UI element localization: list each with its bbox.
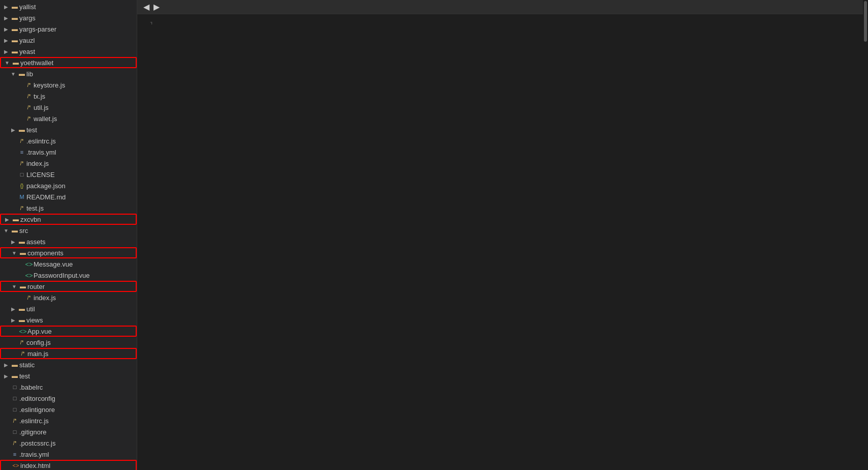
- folder-icon: ▬: [18, 283, 27, 290]
- js-icon: /*: [17, 138, 26, 144]
- sidebar-item-main.js[interactable]: /* main.js: [0, 348, 137, 359]
- folder-icon: ▬: [17, 305, 26, 312]
- sidebar-item-yauzl[interactable]: ▶ ▬ yauzl: [0, 35, 137, 46]
- folder-arrow: ▼: [9, 71, 17, 77]
- folder-icon: ▬: [17, 316, 26, 324]
- vue-icon: <>: [18, 328, 27, 335]
- sidebar-item-yargs-parser[interactable]: ▶ ▬ yargs-parser: [0, 23, 137, 35]
- sidebar-item-wallet.js[interactable]: /* wallet.js: [0, 113, 137, 124]
- folder-icon: ▬: [10, 227, 19, 234]
- item-label: main.js: [27, 350, 136, 358]
- sidebar-item-.postcssrc.js[interactable]: /* .postcssrc.js: [0, 437, 137, 449]
- sidebar-item-PasswordInput.vue[interactable]: <> PasswordInput.vue: [0, 270, 137, 281]
- js-icon: /*: [24, 105, 34, 110]
- nav-back-button[interactable]: ◀: [141, 1, 151, 13]
- folder-arrow: ▶: [9, 127, 17, 133]
- folder-icon: ▬: [11, 216, 20, 223]
- sidebar-item-.eslintrc.js[interactable]: /* .eslintrc.js: [0, 135, 137, 146]
- sidebar-item-yoethwallet[interactable]: ▼ ▬ yoethwallet: [0, 57, 137, 68]
- js-icon: /*: [10, 418, 19, 424]
- sidebar-item-test-root[interactable]: ▶ ▬ test: [0, 370, 137, 381]
- js-icon: /*: [18, 351, 27, 357]
- sidebar-item-App.vue[interactable]: <> App.vue: [0, 326, 137, 337]
- js-icon: /*: [24, 94, 34, 99]
- item-label: .eslintignore: [19, 406, 137, 414]
- sidebar-item-keystore.js[interactable]: /* keystore.js: [0, 79, 137, 91]
- item-label: lib: [26, 70, 137, 78]
- sidebar-item-index.html[interactable]: <> index.html: [0, 460, 137, 470]
- folder-arrow: ▶: [2, 49, 10, 54]
- item-label: README.md: [26, 193, 137, 201]
- item-label: .gitignore: [19, 428, 137, 436]
- sidebar-item-yeast[interactable]: ▶ ▬ yeast: [0, 46, 137, 57]
- item-label: yauzl: [19, 37, 137, 44]
- folder-arrow: ▼: [2, 228, 10, 233]
- item-label: views: [26, 316, 137, 324]
- sidebar-item-router-index.js[interactable]: /* index.js: [0, 292, 137, 303]
- vue-icon: <>: [24, 260, 34, 268]
- item-label: .eslintrc.js: [26, 137, 137, 145]
- item-label: package.json: [26, 182, 137, 190]
- sidebar-item-config.js[interactable]: /* config.js: [0, 337, 137, 348]
- item-label: yoethwallet: [20, 59, 136, 67]
- sidebar-item-tx.js[interactable]: /* tx.js: [0, 91, 137, 102]
- sidebar-item-yargs[interactable]: ▶ ▬ yargs: [0, 12, 137, 23]
- sidebar-item-assets[interactable]: ▶ ▬ assets: [0, 236, 137, 247]
- item-label: components: [27, 249, 136, 257]
- item-label: index.js: [34, 294, 137, 302]
- sidebar-item-package.json[interactable]: {} package.json: [0, 180, 137, 191]
- md-icon: M: [17, 194, 26, 200]
- scrollbar-thumb[interactable]: [864, 1, 867, 42]
- sidebar-item-static[interactable]: ▶ ▬ static: [0, 359, 137, 370]
- sidebar-item-zxcvbn[interactable]: ▶ ▬ zxcvbn: [0, 214, 137, 225]
- item-label: index.js: [26, 160, 137, 167]
- item-label: test.js: [26, 204, 137, 212]
- line-number: 1: [137, 19, 158, 24]
- item-label: LICENSE: [26, 171, 137, 179]
- item-label: tx.js: [34, 93, 137, 100]
- sidebar-item-test-folder[interactable]: ▶ ▬ test: [0, 124, 137, 135]
- folder-icon: ▬: [10, 37, 19, 44]
- folder-arrow: ▶: [2, 26, 10, 32]
- folder-icon: ▬: [10, 48, 19, 55]
- sidebar-item-README.md[interactable]: M README.md: [0, 191, 137, 202]
- sidebar-item-lib[interactable]: ▼ ▬ lib: [0, 68, 137, 79]
- sidebar-item-.gitignore[interactable]: □ .gitignore: [0, 426, 137, 437]
- nav-forward-button[interactable]: ▶: [151, 1, 162, 13]
- sidebar-item-.babelrc[interactable]: □ .babelrc: [0, 381, 137, 393]
- sidebar-item-views[interactable]: ▶ ▬ views: [0, 314, 137, 326]
- item-label: Message.vue: [34, 260, 137, 268]
- js-icon: /*: [24, 82, 34, 88]
- rc-icon: □: [10, 384, 19, 390]
- rc-icon: □: [10, 406, 19, 413]
- folder-icon: ▬: [11, 59, 20, 66]
- folder-arrow: ▶: [9, 317, 17, 323]
- js-icon: /*: [24, 116, 34, 122]
- sidebar-item-util.js[interactable]: /* util.js: [0, 102, 137, 113]
- folder-icon: ▬: [18, 249, 27, 256]
- sidebar-item-Message.vue[interactable]: <> Message.vue: [0, 258, 137, 270]
- sidebar-item-src[interactable]: ▼ ▬ src: [0, 225, 137, 236]
- sidebar-item-components[interactable]: ▼ ▬ components: [0, 247, 137, 258]
- folder-arrow: ▶: [2, 362, 10, 368]
- sidebar-item-.travis.yml-root[interactable]: ≡ .travis.yml: [0, 449, 137, 460]
- sidebar-item-.eslintrc.js-root[interactable]: /* .eslintrc.js: [0, 415, 137, 426]
- sidebar-item-test.js[interactable]: /* test.js: [0, 202, 137, 214]
- sidebar-item-yallist[interactable]: ▶ ▬ yallist: [0, 1, 137, 12]
- sidebar-item-util[interactable]: ▶ ▬ util: [0, 303, 137, 314]
- sidebar-item-.travis.yml[interactable]: ≡ .travis.yml: [0, 146, 137, 158]
- folder-arrow: ▼: [10, 250, 18, 256]
- sidebar-item-index.js[interactable]: /* index.js: [0, 158, 137, 169]
- json-icon: {}: [17, 183, 26, 189]
- item-label: util.js: [34, 104, 137, 111]
- item-label: test: [19, 372, 137, 380]
- sidebar-item-router[interactable]: ▼ ▬ router: [0, 281, 137, 292]
- js-icon: /*: [17, 205, 26, 211]
- item-label: .babelrc: [19, 384, 137, 391]
- sidebar-item-.editorconfig[interactable]: □ .editorconfig: [0, 393, 137, 404]
- sidebar-item-.eslintignore[interactable]: □ .eslintignore: [0, 404, 137, 415]
- sidebar-item-LICENSE[interactable]: □ LICENSE: [0, 169, 137, 180]
- folder-arrow: ▼: [3, 60, 11, 66]
- vertical-scrollbar[interactable]: [863, 0, 868, 470]
- vue-icon: <>: [24, 272, 34, 279]
